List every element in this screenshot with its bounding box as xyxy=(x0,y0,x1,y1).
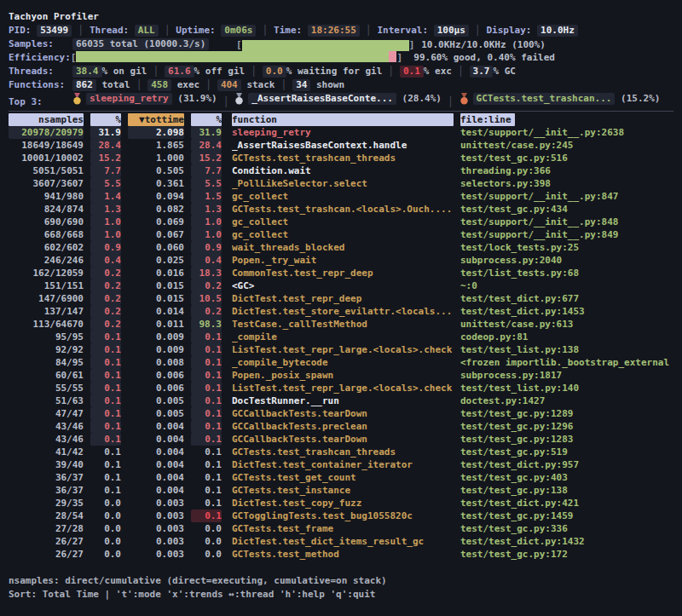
cell-function: GCTests.test_trashcan_threads xyxy=(232,446,454,458)
table-row[interactable]: 51/630.10.0050.1DocTestRunner.__rundocte… xyxy=(9,394,673,407)
cell-pct-cumulative: 1.5 xyxy=(191,190,222,203)
table-row[interactable]: 246/2460.40.0250.4Popen._try_waitsubproc… xyxy=(9,254,673,267)
cell-function: GCCallbackTests.tearDown xyxy=(232,407,454,420)
cell-function: gc_collect xyxy=(232,228,454,241)
cell-tottime: 0.015 xyxy=(128,279,184,292)
cell-function: DictTest.test_repr_deep xyxy=(232,292,454,305)
table-row[interactable]: 84/950.10.0080.1_compile_bytecode<frozen… xyxy=(9,356,673,369)
table-row[interactable]: 10001/1000215.21.00015.2GCTests.test_tra… xyxy=(9,152,673,164)
cell-tottime: 0.004 xyxy=(128,458,184,471)
cell-file-line: test/test_dict.py:1453 xyxy=(460,305,673,318)
cell-file-line: test/test_gc.py:434 xyxy=(460,203,673,216)
gc-unit: % GC xyxy=(493,66,516,77)
cell-function: Popen._try_wait xyxy=(232,254,454,267)
cell-nsamples: 51/63 xyxy=(9,394,84,407)
cell-nsamples: 43/46 xyxy=(9,420,84,433)
cell-pct-cumulative: 10.5 xyxy=(191,292,222,305)
top3-name-1: sleeping_retry xyxy=(86,93,172,105)
cell-file-line: test/test_dict.py:677 xyxy=(460,292,673,305)
cell-tottime: 0.009 xyxy=(128,343,184,356)
table-row[interactable]: 151/1510.20.0150.2<GC>~:0 xyxy=(9,279,673,292)
cell-file-line: test/test_gc.py:1459 xyxy=(460,509,673,522)
table-row[interactable]: 92/920.10.0090.1ListTest.test_repr_large… xyxy=(9,343,673,356)
interval-label: Interval: xyxy=(377,25,428,36)
column-header-tottime-sorted[interactable]: ▼tottime xyxy=(128,113,184,126)
silver-medal-icon xyxy=(234,93,244,105)
samples-total: 66035 total (10000.3/s) xyxy=(72,38,209,50)
cell-function: DictTest.test_store_evilattr.<locals... xyxy=(232,305,454,318)
divider: │ xyxy=(205,79,211,90)
cell-pct-cumulative: 0.2 xyxy=(191,279,222,292)
table-row[interactable]: 162/120590.20.01618.3CommonTest.test_rep… xyxy=(9,267,673,279)
cell-pct-cumulative: 18.3 xyxy=(191,267,222,279)
table-row[interactable]: 5051/50517.70.5057.7Condition.waitthread… xyxy=(9,164,673,177)
table-row[interactable]: 95/950.10.0090.1_compilecodeop.py:81 xyxy=(9,331,673,343)
table-row[interactable]: 36/370.10.0040.1GCTests.test_get_countte… xyxy=(9,471,673,484)
table-row[interactable]: 824/8741.30.0821.3GCTests.test_trashcan.… xyxy=(9,203,673,216)
cell-pct-direct: 0.1 xyxy=(90,446,121,458)
table-row[interactable]: 41/420.10.0040.1GCTests.test_trashcan_th… xyxy=(9,446,673,458)
column-header-pct-direct[interactable]: % xyxy=(90,113,121,126)
cell-tottime: 1.000 xyxy=(128,152,184,164)
cell-file-line: doctest.py:1427 xyxy=(460,394,673,407)
table-row[interactable]: 3607/36075.50.3615.5_PollLikeSelector.se… xyxy=(9,177,673,190)
cell-nsamples: 27/28 xyxy=(9,522,84,535)
table-row[interactable]: 113/646700.20.01198.3TestCase._callTestM… xyxy=(9,318,673,331)
efficiency-summary: 99.60% good, 0.40% failed xyxy=(413,52,555,63)
cell-file-line: test/test_gc.py:403 xyxy=(460,471,673,484)
cell-pct-direct: 0.1 xyxy=(90,420,121,433)
table-row[interactable]: 26/270.00.0030.0DictTest.test_dict_items… xyxy=(9,535,673,548)
divider-rule xyxy=(9,111,673,112)
table-row[interactable]: 137/1470.20.0140.2DictTest.test_store_ev… xyxy=(9,305,673,318)
functions-stack-value: 404 xyxy=(217,79,241,91)
table-row[interactable]: 29/350.00.0030.1DictTest.test_copy_fuzzt… xyxy=(9,497,673,509)
cell-file-line: test/test_dict.py:957 xyxy=(460,458,673,471)
cell-tottime: 0.060 xyxy=(128,241,184,254)
table-row[interactable]: 43/460.10.0040.1GCCallbackTests.tearDown… xyxy=(9,433,673,446)
table-row[interactable]: 941/9801.40.0941.5gc_collecttest/support… xyxy=(9,190,673,203)
top3-item-2: _AssertRaisesBaseConte... (28.4%) xyxy=(234,92,442,106)
cell-pct-direct: 0.2 xyxy=(90,305,121,318)
cell-nsamples: 39/40 xyxy=(9,458,84,471)
table-row[interactable]: 27/280.00.0030.0GCTests.test_frametest/t… xyxy=(9,522,673,535)
cell-function: GCTogglingTests.test_bug1055820c xyxy=(232,509,454,522)
time-label: Time: xyxy=(274,25,302,36)
table-row[interactable]: 602/6020.90.0600.9wait_threads_blockedte… xyxy=(9,241,673,254)
cell-nsamples: 162/12059 xyxy=(9,267,84,279)
table-row[interactable]: 18649/1864928.41.86528.4_AssertRaisesBas… xyxy=(9,139,673,152)
table-row[interactable]: 43/460.10.0040.1GCCallbackTests.preclean… xyxy=(9,420,673,433)
thread-value[interactable]: ALL xyxy=(135,25,159,37)
table-row[interactable]: 147/69000.20.01510.5DictTest.test_repr_d… xyxy=(9,292,673,305)
cell-nsamples: 668/668 xyxy=(9,228,84,241)
cell-function: GCCallbackTests.preclean xyxy=(232,420,454,433)
table-row[interactable]: 26/270.00.0030.0GCTests.test_methodtest/… xyxy=(9,548,673,561)
table-row[interactable]: 20978/2097931.92.09831.9sleeping_retryte… xyxy=(9,126,673,139)
interval-value: 100µs xyxy=(434,25,469,37)
column-header-pct-cumulative[interactable]: % xyxy=(191,113,222,126)
table-row[interactable]: 668/6681.00.0671.0gc_collecttest/support… xyxy=(9,228,673,241)
table-row[interactable]: 47/470.10.0050.1GCCallbackTests.tearDown… xyxy=(9,407,673,420)
column-header-nsamples[interactable]: nsamples xyxy=(9,113,84,126)
table-row[interactable]: 36/370.10.0040.1GCTests.test_instancetes… xyxy=(9,484,673,497)
cell-pct-cumulative: 98.3 xyxy=(191,318,222,331)
table-row[interactable]: 28/540.00.0030.1GCTogglingTests.test_bug… xyxy=(9,509,673,522)
table-row[interactable]: 60/610.10.0060.1Popen._posix_spawnsubpro… xyxy=(9,369,673,382)
cell-file-line: test/test_gc.py:516 xyxy=(460,152,673,164)
cell-file-line: test/support/__init__.py:2638 xyxy=(460,126,673,139)
cell-pct-direct: 15.2 xyxy=(90,152,121,164)
table-row[interactable]: 39/400.10.0040.1DictTest.test_container_… xyxy=(9,458,673,471)
divider: │ xyxy=(388,66,394,77)
cell-pct-direct: 31.9 xyxy=(90,126,121,139)
cell-pct-cumulative: 0.2 xyxy=(191,305,222,318)
cell-pct-direct: 0.1 xyxy=(90,382,121,394)
cell-function: _compile xyxy=(232,331,454,343)
bar-close-bracket: ] xyxy=(409,38,415,52)
column-header-file-line[interactable]: file:line xyxy=(460,113,515,126)
cell-function: DictTest.test_container_iterator xyxy=(232,458,454,471)
cell-nsamples: 36/37 xyxy=(9,471,84,484)
cell-file-line: test/test_gc.py:1283 xyxy=(460,433,673,446)
column-header-function[interactable]: function xyxy=(232,113,454,126)
table-row[interactable]: 690/6901.00.0691.0gc_collecttest/support… xyxy=(9,216,673,228)
efficiency-bar-good xyxy=(76,51,389,62)
table-row[interactable]: 55/550.10.0060.1ListTest.test_repr_large… xyxy=(9,382,673,394)
